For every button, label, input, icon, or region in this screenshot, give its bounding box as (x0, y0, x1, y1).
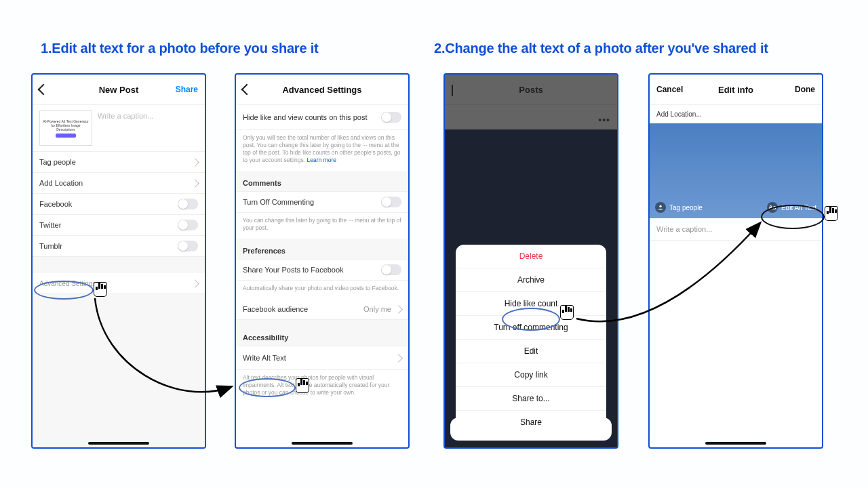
action-share-to[interactable]: Share to... (456, 387, 606, 411)
hide-counts-subtext: Only you will see the total number of li… (236, 130, 408, 171)
section-preferences: Preferences (236, 239, 408, 260)
home-indicator (705, 442, 766, 445)
home-indicator (292, 442, 353, 445)
phone-advanced-settings: Advanced Settings Hide like and view cou… (235, 73, 410, 449)
row-write-alt-text[interactable]: Write Alt Text (236, 346, 408, 370)
action-hide-likes[interactable]: Hide like count (456, 292, 606, 316)
row-add-location[interactable]: Add Location... (650, 105, 822, 123)
action-share[interactable]: Share (456, 411, 606, 434)
toggle-hide-counts[interactable] (381, 112, 401, 123)
row-turn-off-commenting[interactable]: Turn Off Commenting (236, 192, 408, 213)
cursor-icon (825, 206, 838, 225)
toggle-facebook[interactable] (178, 199, 198, 209)
heading-1: 1.Edit alt text for a photo before you s… (41, 41, 319, 56)
alt-text-subtext: Alt text describes your photos for peopl… (236, 370, 408, 403)
learn-more-link[interactable]: Learn more (307, 157, 336, 163)
cancel-button[interactable]: Cancel (656, 75, 683, 104)
caption-input[interactable]: Write a caption... (98, 110, 198, 120)
done-button[interactable]: Done (795, 75, 815, 104)
toggle-turn-off-commenting[interactable] (381, 197, 401, 207)
chevron-right-icon (394, 305, 403, 314)
toggle-tumblr[interactable] (178, 241, 198, 251)
action-copy-link[interactable]: Copy link (456, 363, 606, 387)
chevron-left-icon (38, 84, 50, 96)
title-advanced: Advanced Settings (282, 85, 361, 95)
chevron-right-icon (191, 279, 199, 288)
titlebar-edit-info: Cancel Edit info Done (650, 75, 822, 105)
tag-people-pill[interactable]: Tag people (655, 202, 703, 213)
row-add-location[interactable]: Add Location (33, 173, 205, 194)
titlebar-new-post: New Post Share (33, 75, 205, 105)
title-edit-info: Edit info (718, 85, 753, 95)
section-accessibility: Accessibility (236, 320, 408, 346)
person-icon (655, 202, 666, 213)
heading-2: 2.Change the alt text of a photo after y… (434, 41, 768, 56)
back-button[interactable] (39, 75, 47, 104)
row-tumblr[interactable]: Tumblr (33, 236, 205, 257)
row-tag-people[interactable]: Tag people (33, 152, 205, 173)
chevron-right-icon (191, 158, 199, 167)
post-photo: Tag people Aa Edit Alt Text (650, 123, 822, 218)
share-fb-subtext: Automatically share your photo and video… (236, 281, 408, 299)
title-new-post: New Post (99, 85, 139, 95)
phone-posts-sheet: Posts ••• Delete Archive Hide like count… (443, 73, 618, 449)
section-comments: Comments (236, 171, 408, 192)
back-button[interactable] (243, 75, 251, 104)
share-button[interactable]: Share (176, 75, 198, 104)
toggle-twitter[interactable] (178, 220, 198, 230)
row-share-to-facebook[interactable]: Share Your Posts to Facebook (236, 260, 408, 281)
phone-edit-info: Cancel Edit info Done Add Location... Ta… (648, 73, 823, 449)
action-delete[interactable]: Delete (456, 245, 606, 268)
row-facebook-audience[interactable]: Facebook audience Only me (236, 299, 408, 320)
row-hide-counts[interactable]: Hide like and view counts on this post (236, 105, 408, 130)
home-indicator (88, 442, 149, 445)
action-sheet: Delete Archive Hide like count Turn off … (456, 245, 606, 434)
row-facebook[interactable]: Facebook (33, 194, 205, 215)
phone-new-post: New Post Share AI-Powered Alt Text Gener… (31, 73, 206, 449)
caption-input[interactable]: Write a caption... (650, 218, 822, 241)
chevron-right-icon (394, 354, 403, 363)
chevron-right-icon (191, 179, 199, 188)
turn-off-subtext: You can change this later by going to th… (236, 213, 408, 239)
post-thumbnail: AI-Powered Alt Text Generator for Effort… (39, 110, 92, 146)
titlebar-advanced: Advanced Settings (236, 75, 408, 105)
chevron-left-icon (241, 84, 253, 96)
toggle-share-fb[interactable] (381, 264, 401, 275)
aa-icon: Aa (767, 202, 778, 213)
action-edit[interactable]: Edit (456, 340, 606, 363)
row-advanced-settings[interactable]: Advanced Settings (33, 273, 205, 294)
row-twitter[interactable]: Twitter (33, 215, 205, 236)
svg-point-0 (659, 205, 661, 207)
edit-alt-text-pill[interactable]: Aa Edit Alt Text (767, 202, 816, 213)
action-turn-off-commenting[interactable]: Turn off commenting (456, 316, 606, 340)
action-archive[interactable]: Archive (456, 268, 606, 292)
